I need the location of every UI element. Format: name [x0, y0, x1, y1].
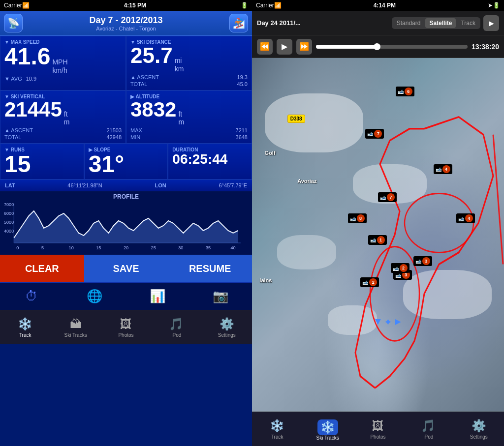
- marker-4: 🎿 4: [434, 164, 452, 174]
- altitude-value: 3832: [130, 99, 176, 120]
- max-speed-main: 41.6 MPH km/h: [4, 45, 122, 75]
- save-button[interactable]: SAVE: [84, 255, 168, 282]
- location-subtitle: Avoriaz - Chatel - Torgon: [23, 26, 229, 31]
- nav-ipod[interactable]: 🎵 iPod: [151, 310, 201, 344]
- rewind-button[interactable]: ⏪: [257, 39, 273, 55]
- runs-slope-duration-row: ▼ RUNS 15 ▶ SLOPE 31° DURATION 06:25:44: [0, 144, 252, 179]
- left-carrier: Carrier: [4, 2, 22, 9]
- ski-distance-value: 25.7: [130, 45, 173, 66]
- duration-value: 06:25:44: [172, 152, 227, 166]
- right-ski-tracks-icon: ❄️: [317, 419, 338, 435]
- track-icon: ❄️: [18, 317, 32, 331]
- svg-line-18: [493, 135, 503, 265]
- right-photos-label: Photos: [370, 434, 385, 440]
- map-background: D338 Avoriaz Golf lains 🎿 6 🎿 7 🎿 7 🎿 8: [252, 58, 504, 412]
- right-nav-photos[interactable]: 🖼 Photos: [353, 412, 403, 446]
- road-sign-d338: D338: [287, 115, 305, 123]
- right-carrier: Carrier: [256, 2, 274, 9]
- right-bottom-nav: ❄️ Track ❄️ Ski Tracks 🖼 Photos 🎵 iPod ⚙…: [252, 412, 504, 446]
- right-track-label: Track: [271, 434, 284, 440]
- header-right-icon[interactable]: 🏂: [229, 14, 248, 32]
- profile-section: PROFILE 7000 6000 5000 4000 0 5 10 15 20…: [0, 191, 252, 255]
- nav-settings[interactable]: ⚙️ Settings: [202, 310, 252, 344]
- arrow-center-icon: ✦: [384, 316, 392, 328]
- header-left-icon[interactable]: 📡: [4, 14, 23, 32]
- svg-text:0: 0: [16, 245, 19, 250]
- marker-7: 🎿 7: [378, 192, 397, 202]
- svg-text:20: 20: [124, 245, 128, 250]
- tab-standard[interactable]: Standard: [393, 18, 425, 28]
- tab-icons-row: ⏱ 🌐 📊 📷: [0, 282, 252, 310]
- svg-text:4000: 4000: [4, 229, 14, 234]
- tab-track[interactable]: Track: [457, 18, 479, 28]
- avg-speed: ▼ AVG 10.9: [4, 76, 122, 82]
- right-ipod-label: iPod: [423, 434, 433, 440]
- lat-label: LAT: [5, 182, 15, 188]
- right-battery-icon: 🔋: [493, 2, 500, 9]
- fast-forward-button[interactable]: ⏩: [296, 39, 312, 55]
- marker-2b: 🎿 2: [391, 263, 410, 273]
- svg-text:30: 30: [178, 245, 183, 250]
- marker-1: 🎿 1: [368, 235, 387, 245]
- right-nav-track[interactable]: ❄️ Track: [252, 412, 302, 446]
- app-header: 📡 Day 7 - 2012/2013 Avoriaz - Chatel - T…: [0, 11, 252, 36]
- nav-ski-tracks[interactable]: 🏔 Ski Tracks: [50, 310, 100, 344]
- right-nav-ski-tracks[interactable]: ❄️ Ski Tracks: [302, 412, 352, 446]
- tab-icon-timer[interactable]: ⏱: [0, 283, 63, 310]
- place-label-golf: Golf: [265, 150, 276, 156]
- location-markers: ▲ ✦ ▲: [373, 316, 403, 328]
- slope-cell: ▶ SLOPE 31°: [84, 144, 168, 179]
- profile-title: PROFILE: [4, 193, 248, 200]
- nav-photos[interactable]: 🖼 Photos: [101, 310, 151, 344]
- marker-7-top: 🎿 7: [365, 129, 384, 139]
- lon-label: LON: [155, 182, 166, 188]
- time-display: 13:38:20: [472, 43, 499, 51]
- arrow-right-icon: ▲: [392, 317, 404, 327]
- tab-icon-globe[interactable]: 🌐: [63, 283, 126, 310]
- altitude-unit: ft m: [178, 110, 184, 127]
- runs-cell: ▼ RUNS 15: [0, 144, 84, 179]
- right-panel: Carrier 📶 4:14 PM ➤ 🔋 Day 24 2011/... St…: [252, 0, 504, 446]
- track-label: Track: [19, 332, 32, 338]
- photos-icon: 🖼: [120, 317, 132, 331]
- right-nav-ipod[interactable]: 🎵 iPod: [403, 412, 453, 446]
- max-speed-value: 41.6: [4, 45, 50, 68]
- map-header: Day 24 2011/... Standard Satellite Track…: [252, 11, 504, 35]
- tab-icon-chart[interactable]: 📊: [126, 283, 189, 310]
- progress-bar[interactable]: [316, 45, 468, 49]
- map-view-tabs: Standard Satellite Track: [392, 17, 480, 29]
- tab-satellite[interactable]: Satellite: [425, 18, 456, 28]
- ski-vertical-unit: ft m: [64, 110, 70, 127]
- right-status-bar: Carrier 📶 4:14 PM ➤ 🔋: [252, 0, 504, 11]
- marker-3b: 🎿 3: [413, 256, 432, 266]
- tab-icon-camera[interactable]: 📷: [189, 283, 252, 310]
- svg-text:5000: 5000: [4, 220, 14, 225]
- arrow-left-icon: ▲: [373, 316, 383, 328]
- settings-label: Settings: [218, 332, 236, 338]
- progress-dot: [374, 43, 380, 50]
- svg-text:40: 40: [231, 245, 236, 250]
- play-button[interactable]: ▶: [483, 15, 499, 31]
- ski-distance-cell: ▼ SKI DISTANCE 25.7 mi km ▲ ASCENT 19.3 …: [126, 36, 252, 90]
- resume-button[interactable]: RESUME: [168, 255, 252, 282]
- distance-subs: ▲ ASCENT 19.3 TOTAL 45.0: [130, 74, 248, 87]
- lon-value: 6°45'7.79"E: [219, 182, 247, 188]
- nav-track[interactable]: ❄️ Track: [0, 310, 50, 344]
- svg-text:10: 10: [69, 245, 74, 250]
- ski-vertical-cell: ▼ SKI VERTICAL 21445 ft m ▲ ASCENT 21503…: [0, 90, 126, 144]
- svg-text:35: 35: [206, 245, 211, 250]
- left-time: 4:15 PM: [30, 2, 241, 9]
- svg-text:15: 15: [96, 245, 101, 250]
- ski-vertical-value: 21445: [4, 99, 62, 120]
- ski-distance-unit: mi km: [175, 57, 184, 73]
- right-nav-settings[interactable]: ⚙️ Settings: [454, 412, 504, 446]
- map-area[interactable]: D338 Avoriaz Golf lains 🎿 6 🎿 7 🎿 7 🎿 8: [252, 58, 504, 412]
- ski-distance-main: 25.7 mi km: [130, 45, 248, 73]
- action-buttons: CLEAR SAVE RESUME: [0, 255, 252, 282]
- play-pause-button[interactable]: ▶: [277, 39, 292, 55]
- left-status-bar: Carrier 📶 4:15 PM 🔋: [0, 0, 252, 11]
- slope-value: 31°: [89, 152, 125, 176]
- place-label-lains: lains: [259, 277, 272, 283]
- marker-2: 🎿 2: [360, 277, 379, 287]
- clear-button[interactable]: CLEAR: [0, 255, 84, 282]
